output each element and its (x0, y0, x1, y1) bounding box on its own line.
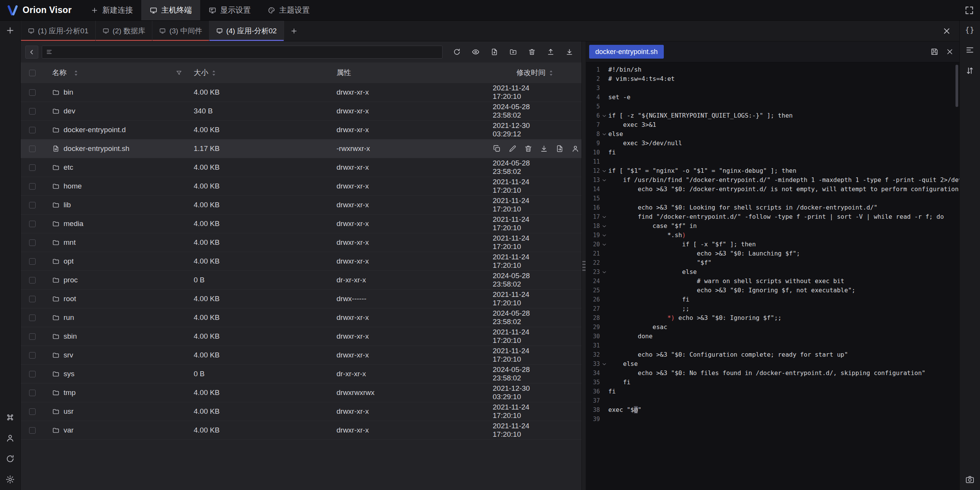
edit-icon[interactable] (508, 144, 517, 153)
fold-chevron-icon[interactable] (600, 221, 608, 231)
code-line[interactable]: 38 exec "$@" (586, 405, 959, 415)
row-checkbox[interactable] (29, 258, 36, 265)
row-checkbox[interactable] (29, 108, 36, 115)
nav-display-settings[interactable]: 显示设置 (200, 0, 259, 20)
add-tab-button[interactable] (284, 21, 304, 41)
column-mtime-label[interactable]: 修改时间 (516, 68, 546, 78)
copy-icon[interactable] (493, 144, 501, 153)
braces-icon[interactable]: {} (965, 26, 975, 34)
fold-chevron-icon[interactable] (600, 295, 608, 304)
nav-host-terminal[interactable]: 主机终端 (141, 0, 200, 20)
row-checkbox[interactable] (29, 164, 36, 171)
fold-chevron-icon[interactable] (600, 286, 608, 295)
fold-chevron-icon[interactable] (600, 194, 608, 203)
new-file-icon[interactable] (487, 45, 502, 59)
code-line[interactable]: 32 echo >&3 "$0: Configuration complete;… (586, 350, 959, 359)
sync-icon[interactable] (5, 454, 15, 464)
table-row[interactable]: root 4.00 KB drwx------ 2021-11-24 17:20… (21, 290, 581, 308)
download-icon[interactable] (540, 144, 548, 153)
list-icon[interactable] (965, 45, 975, 55)
code-line[interactable]: 33 else (586, 359, 959, 369)
file-name[interactable]: root (64, 295, 76, 303)
fold-chevron-icon[interactable] (600, 387, 608, 396)
code-editor[interactable]: 1 #!/bin/sh 2 # vim:sw=4:ts=4:et 3 4 set… (586, 62, 959, 490)
code-line[interactable]: 1 #!/bin/sh (586, 65, 959, 74)
fold-chevron-icon[interactable] (600, 258, 608, 267)
code-line[interactable]: 19 *.sh) (586, 231, 959, 240)
table-row[interactable]: mnt 4.00 KB drwxr-xr-x 2021-11-24 17:20:… (21, 233, 581, 252)
refresh-icon[interactable] (449, 45, 464, 59)
save-icon[interactable] (930, 48, 939, 56)
nav-new-connection[interactable]: 新建连接 (82, 0, 141, 20)
code-line[interactable]: 36 fi (586, 387, 959, 396)
code-line[interactable]: 15 (586, 194, 959, 203)
fold-chevron-icon[interactable] (600, 157, 608, 166)
code-line[interactable]: 34 echo >&3 "$0: No files found in /dock… (586, 369, 959, 378)
code-line[interactable]: 5 (586, 102, 959, 111)
file-name[interactable]: mnt (64, 238, 76, 247)
table-row[interactable]: etc 4.00 KB drwxr-xr-x 2024-05-28 23:58:… (21, 158, 581, 177)
table-row[interactable]: srv 4.00 KB drwxr-xr-x 2021-11-24 17:20:… (21, 346, 581, 365)
fold-chevron-icon[interactable] (600, 304, 608, 313)
code-line[interactable]: 16 echo >&3 "$0: Looking for shell scrip… (586, 203, 959, 212)
table-row[interactable]: bin 4.00 KB drwxr-xr-x 2021-11-24 17:20:… (21, 83, 581, 102)
file-name[interactable]: docker-entrypoint.sh (64, 144, 129, 153)
fold-chevron-icon[interactable] (600, 396, 608, 405)
file-name[interactable]: proc (64, 276, 78, 284)
code-line[interactable]: 13 if /usr/bin/find "/docker-entrypoint.… (586, 175, 959, 185)
code-line[interactable]: 10 fi (586, 148, 959, 157)
code-line[interactable]: 25 echo >&3 "$0: Ignoring $f, not execut… (586, 286, 959, 295)
download-icon[interactable] (562, 45, 577, 59)
table-row[interactable]: media 4.00 KB drwxr-xr-x 2021-11-24 17:2… (21, 215, 581, 233)
upload-icon[interactable] (543, 45, 558, 59)
fold-chevron-icon[interactable] (600, 185, 608, 194)
gear-icon[interactable] (5, 475, 15, 484)
select-all-checkbox[interactable] (29, 70, 36, 76)
fold-chevron-icon[interactable] (600, 369, 608, 378)
new-session-plus-icon[interactable] (5, 26, 15, 35)
show-hidden-eye-icon[interactable] (468, 45, 483, 59)
fold-chevron-icon[interactable] (600, 240, 608, 249)
code-line[interactable]: 3 (586, 84, 959, 93)
row-checkbox[interactable] (29, 202, 36, 208)
fold-chevron-icon[interactable] (600, 120, 608, 129)
row-checkbox[interactable] (29, 127, 36, 133)
file-name[interactable]: bin (64, 88, 73, 97)
row-checkbox[interactable] (29, 183, 36, 190)
row-checkbox[interactable] (29, 277, 36, 284)
row-checkbox[interactable] (29, 89, 36, 96)
file-name[interactable]: media (64, 220, 83, 228)
sort-icon[interactable] (74, 69, 78, 76)
code-line[interactable]: 39 (586, 415, 959, 424)
table-row[interactable]: opt 4.00 KB drwxr-xr-x 2021-11-24 17:20:… (21, 252, 581, 271)
file-tree-icon[interactable] (46, 49, 52, 55)
session-tab-1[interactable]: (1) 应用-分析01 (21, 21, 96, 41)
row-checkbox[interactable] (29, 296, 36, 302)
delete-icon[interactable] (524, 144, 532, 153)
fold-chevron-icon[interactable] (600, 212, 608, 221)
row-checkbox[interactable] (29, 239, 36, 246)
code-line[interactable]: 30 done (586, 332, 959, 341)
table-row[interactable]: docker-entrypoint.sh 1.17 KB -rwxrwxr-x (21, 139, 581, 158)
table-row[interactable]: lib 4.00 KB drwxr-xr-x 2021-11-24 17:20:… (21, 196, 581, 215)
code-line[interactable]: 28 *) echo >&3 "$0: Ignoring $f";; (586, 313, 959, 323)
table-row[interactable]: docker-entrypoint.d 4.00 KB drwxr-xr-x 2… (21, 121, 581, 139)
fold-chevron-icon[interactable] (600, 111, 608, 120)
nav-theme-settings[interactable]: 主题设置 (259, 0, 318, 20)
row-checkbox[interactable] (29, 352, 36, 359)
table-row[interactable]: tmp 4.00 KB drwxrwxrwx 2021-12-30 03:29:… (21, 383, 581, 402)
table-row[interactable]: proc 0 B dr-xr-xr-x 2024-05-28 23:58:02 (21, 271, 581, 290)
file-name[interactable]: usr (64, 407, 74, 416)
table-row[interactable]: run 4.00 KB drwxr-xr-x 2024-05-28 23:58:… (21, 308, 581, 327)
fold-chevron-icon[interactable] (600, 139, 608, 148)
file-name[interactable]: etc (64, 163, 73, 172)
swap-vertical-icon[interactable] (965, 66, 975, 75)
code-line[interactable]: 11 (586, 157, 959, 166)
code-line[interactable]: 29 esac (586, 323, 959, 332)
fold-chevron-icon[interactable] (600, 267, 608, 277)
code-line[interactable]: 9 exec 3>/dev/null (586, 139, 959, 148)
fold-chevron-icon[interactable] (600, 277, 608, 286)
row-checkbox[interactable] (29, 315, 36, 321)
table-row[interactable]: sbin 4.00 KB drwxr-xr-x 2021-11-24 17:20… (21, 327, 581, 346)
path-input[interactable] (56, 48, 438, 56)
